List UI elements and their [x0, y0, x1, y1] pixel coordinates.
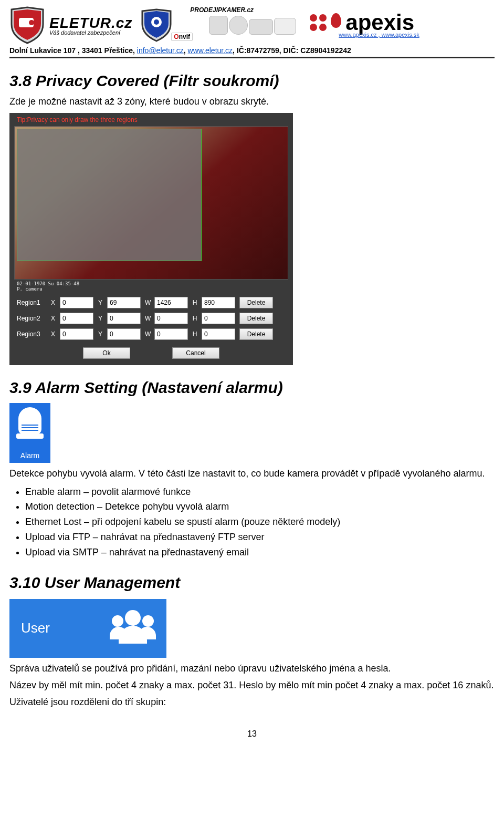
- heading-3-8: 3.8 Privacy Covered (Filtr soukromí): [9, 72, 495, 90]
- region3-delete-button[interactable]: Delete: [239, 328, 273, 340]
- region2-y-input[interactable]: [107, 313, 141, 324]
- region1-x-input[interactable]: [60, 297, 93, 308]
- region2-w-input[interactable]: [154, 313, 188, 324]
- cancel-button[interactable]: Cancel: [172, 347, 219, 359]
- region-row-2: Region2 X Y W H Delete: [17, 313, 286, 324]
- bullet-enable-alarm: Enable alarm – povolit alarmové funkce: [25, 484, 495, 500]
- heading-3-9: 3.9 Alarm Setting (Nastavení alarmu): [9, 379, 495, 397]
- ids-text: , IČ:87472759, DIČ: CZ8904192242: [233, 46, 351, 55]
- region2-h-input[interactable]: [202, 313, 235, 324]
- x-label: X: [50, 299, 56, 306]
- alarm-icon: [18, 407, 41, 435]
- eletur-brand: ELETUR.cz Váš dodavatel zabezpečení: [49, 15, 132, 36]
- region3-label: Region3: [17, 330, 46, 338]
- apexis-drop-icon: [331, 13, 341, 28]
- region-row-1: Region1 X Y W H Delete: [17, 297, 286, 308]
- brand-tagline: Váš dodavatel zabezpečení: [49, 29, 132, 36]
- header-contact-line: Dolní Lukavice 107 , 33401 Přeštice, inf…: [9, 46, 495, 58]
- onvif-badge: OOnvifnvif: [171, 33, 193, 41]
- bullet-ethernet-lost: Ethernet Lost – při odpojení kabelu se s…: [25, 514, 495, 530]
- w-label: W: [145, 299, 150, 306]
- apexis-dots-icon: [310, 14, 327, 31]
- alarm-tile[interactable]: Alarm: [9, 403, 50, 463]
- website-link[interactable]: www.eletur.cz: [188, 46, 233, 55]
- address-text: Dolní Lukavice 107 , 33401 Přeštice,: [9, 46, 137, 55]
- region2-label: Region2: [17, 315, 46, 322]
- user-tile[interactable]: User: [9, 599, 166, 658]
- heading-3-10: 3.10 User Management: [9, 574, 495, 592]
- p-3-9: Detekce pohybu vyvolá alarm. V této část…: [9, 467, 495, 480]
- region1-label: Region1: [17, 299, 46, 306]
- p-3-10-3: Uživatelé jsou rozděleni do tří skupin:: [9, 696, 495, 708]
- region2-delete-button[interactable]: Delete: [239, 313, 273, 324]
- bullet-motion-detection: Motion detection – Detekce pohybu vyvolá…: [25, 499, 495, 514]
- apexis-brand: apexis www.apexis.cz , www.apexis.sk: [310, 13, 419, 38]
- region3-h-input[interactable]: [202, 328, 235, 340]
- region1-h-input[interactable]: [202, 297, 235, 308]
- p-3-10-2: Název by měl mít min. počet 4 znaky a ma…: [9, 679, 495, 691]
- region3-x-input[interactable]: [60, 328, 93, 340]
- region1-y-input[interactable]: [107, 297, 141, 308]
- alarm-bullets: Enable alarm – povolit alarmové funkce M…: [25, 484, 495, 560]
- region3-y-input[interactable]: [107, 328, 141, 340]
- region1-w-input[interactable]: [154, 297, 188, 308]
- svg-point-3: [154, 19, 159, 25]
- bullet-upload-ftp: Upload via FTP – nahrávat na přednastave…: [25, 530, 495, 545]
- region3-w-input[interactable]: [154, 328, 188, 340]
- svg-point-1: [29, 20, 34, 25]
- privacy-region-overlay[interactable]: [17, 129, 202, 261]
- video-timestamp: 02-01-1970 Su 04:35-48 P. camera: [9, 279, 293, 295]
- privacy-button-row: Ok Cancel: [9, 345, 293, 360]
- document-header: ELETUR.cz Váš dodavatel zabezpečení PROD…: [9, 5, 495, 44]
- eletur-shield-icon: [9, 6, 45, 44]
- privacy-panel: Tip:Privacy can only draw the three regi…: [9, 113, 293, 365]
- page-number: 13: [9, 729, 495, 739]
- region2-x-input[interactable]: [60, 313, 93, 324]
- y-label: Y: [98, 299, 103, 306]
- region1-delete-button[interactable]: Delete: [239, 297, 273, 308]
- p-3-10-1: Správa uživatelů se používá pro přidání,…: [9, 662, 495, 675]
- alarm-tile-label: Alarm: [20, 451, 40, 460]
- h-label: H: [192, 299, 197, 306]
- region-table: Region1 X Y W H Delete Region2 X Y W H: [9, 295, 293, 345]
- bullet-upload-smtp: Upload via SMTP – nahrávat na přednastav…: [25, 545, 495, 560]
- ok-button[interactable]: Ok: [83, 347, 130, 359]
- prodej-shield-icon: [141, 8, 172, 42]
- apexis-name: apexis: [345, 13, 414, 33]
- prodej-label: PRODEJIPKAMER.cz: [190, 6, 254, 14]
- video-preview[interactable]: [15, 127, 288, 279]
- user-tile-label: User: [21, 620, 50, 636]
- p-3-8: Zde je možné nastavit až 3 zóny, které b…: [9, 95, 495, 108]
- users-icon: [111, 610, 155, 647]
- cameras-icon: [209, 16, 296, 35]
- prodej-cluster: PRODEJIPKAMER.cz OOnvifnvif: [141, 6, 296, 44]
- email-link[interactable]: info@eletur.cz: [137, 46, 184, 55]
- privacy-tip: Tip:Privacy can only draw the three regi…: [9, 113, 293, 126]
- region-row-3: Region3 X Y W H Delete: [17, 328, 286, 340]
- apexis-links: www.apexis.cz , www.apexis.sk: [339, 32, 419, 38]
